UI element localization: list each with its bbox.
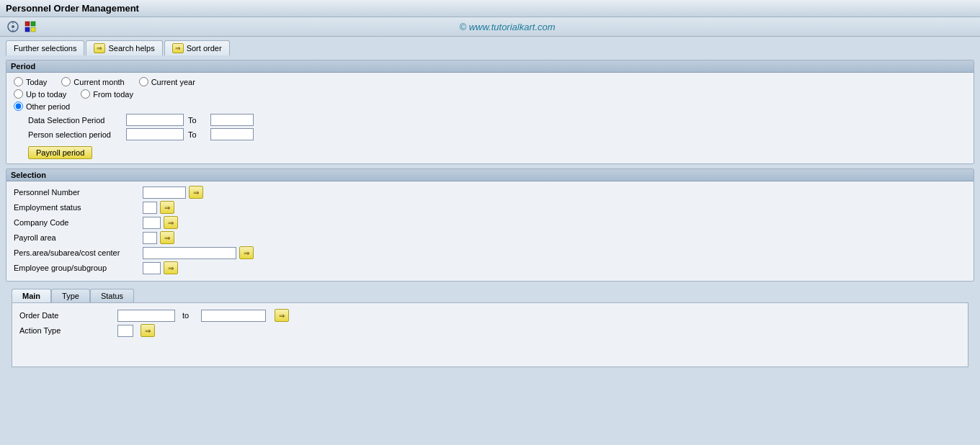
employee-group-arrow[interactable]: ⇒	[164, 261, 178, 274]
person-selection-period-row: Person selection period To	[14, 128, 966, 140]
radio-current-year-label: Current year	[151, 78, 195, 86]
payroll-area-row: Payroll area ⇒	[14, 231, 966, 244]
pers-area-row: Pers.area/subarea/cost center ⇒	[14, 246, 966, 259]
employee-group-label: Employee group/subgroup	[14, 264, 140, 272]
personnel-number-arrow[interactable]: ⇒	[189, 186, 203, 199]
payroll-area-label: Payroll area	[14, 233, 140, 242]
person-selection-period-from-input[interactable]	[126, 128, 184, 140]
period-section-body: Today Current month Current year Up to t…	[6, 73, 974, 163]
radio-other-period: Other period	[14, 102, 70, 111]
employment-status-arrow[interactable]: ⇒	[160, 201, 174, 214]
personnel-number-input[interactable]	[143, 186, 186, 199]
title-bar: Personnel Order Management	[0, 0, 980, 17]
company-code-label: Company Code	[14, 218, 140, 227]
employment-status-label: Employment status	[14, 203, 140, 212]
company-code-input[interactable]	[143, 217, 161, 229]
tab-search-helps[interactable]: ⇒ Search helps	[86, 40, 162, 55]
radio-current-year: Current year	[139, 77, 195, 86]
radio-other-period-input[interactable]	[14, 102, 23, 111]
radio-current-year-input[interactable]	[139, 77, 148, 86]
toolbar: © www.tutorialkart.com	[0, 17, 980, 37]
page-title: Personnel Order Management	[6, 3, 139, 14]
data-selection-to-label: To	[188, 116, 206, 125]
payroll-btn-container: Payroll period	[14, 143, 966, 159]
main-tab-content: Order Date to ⇒ Action Type ⇒	[12, 302, 968, 367]
payroll-area-input[interactable]	[143, 232, 157, 244]
tab-type[interactable]: Type	[51, 289, 90, 302]
order-date-arrow[interactable]: ⇒	[275, 309, 289, 322]
period-row-2: Up to today From today	[14, 89, 966, 99]
employment-status-row: Employment status ⇒	[14, 201, 966, 214]
period-section-header: Period	[6, 60, 974, 73]
order-date-label: Order Date	[19, 311, 113, 320]
order-date-to-label: to	[182, 311, 197, 320]
personnel-number-row: Personnel Number ⇒	[14, 186, 966, 199]
payroll-period-button[interactable]: Payroll period	[28, 146, 92, 159]
radio-other-period-label: Other period	[26, 102, 70, 111]
selection-section: Selection Personnel Number ⇒ Employment …	[6, 168, 974, 282]
radio-from-today-input[interactable]	[81, 89, 90, 99]
order-date-from-input[interactable]	[117, 310, 175, 322]
svg-rect-7	[31, 27, 35, 32]
bottom-tabs-container: Main Type Status Order Date to ⇒ Action …	[6, 289, 974, 367]
tab-main[interactable]: Main	[12, 289, 51, 302]
person-selection-period-label: Person selection period	[28, 130, 122, 139]
watermark: © www.tutorialkart.com	[40, 22, 974, 32]
tab-status[interactable]: Status	[90, 289, 134, 302]
radio-up-to-today-input[interactable]	[14, 89, 23, 99]
employment-status-input[interactable]	[143, 202, 157, 214]
payroll-area-arrow[interactable]: ⇒	[160, 231, 174, 244]
order-date-row: Order Date to ⇒	[19, 309, 961, 322]
company-code-arrow[interactable]: ⇒	[164, 216, 178, 229]
period-section: Period Today Current month Current year	[6, 60, 974, 164]
period-row-3: Other period	[14, 102, 966, 111]
selection-section-body: Personnel Number ⇒ Employment status ⇒ C…	[6, 181, 974, 281]
data-selection-period-to-input[interactable]	[210, 114, 254, 126]
person-selection-to-label: To	[188, 130, 206, 139]
radio-today: Today	[14, 77, 47, 86]
data-selection-period-row: Data Selection Period To	[14, 114, 966, 126]
personnel-number-label: Personnel Number	[14, 188, 140, 197]
employee-group-input[interactable]	[143, 262, 161, 274]
action-type-row: Action Type ⇒	[19, 324, 961, 337]
sort-order-arrow-icon: ⇒	[172, 43, 184, 53]
action-type-input[interactable]	[117, 325, 133, 337]
data-selection-period-label: Data Selection Period	[28, 116, 122, 125]
radio-from-today: From today	[81, 89, 133, 99]
radio-up-to-today: Up to today	[14, 89, 66, 99]
person-selection-period-to-input[interactable]	[210, 128, 254, 140]
selection-section-header: Selection	[6, 169, 974, 181]
radio-up-to-today-label: Up to today	[26, 90, 66, 99]
pers-area-label: Pers.area/subarea/cost center	[14, 248, 140, 257]
compass-icon[interactable]	[6, 19, 20, 34]
order-date-to-input[interactable]	[201, 310, 266, 322]
period-row-1: Today Current month Current year	[14, 77, 966, 86]
tab-sort-order[interactable]: ⇒ Sort order	[164, 40, 230, 55]
radio-from-today-label: From today	[93, 90, 133, 99]
bottom-tabs: Main Type Status	[6, 289, 974, 302]
svg-rect-4	[25, 22, 30, 26]
grid-icon[interactable]	[23, 19, 37, 34]
company-code-row: Company Code ⇒	[14, 216, 966, 229]
radio-today-input[interactable]	[14, 77, 23, 86]
svg-rect-5	[31, 22, 35, 26]
employee-group-row: Employee group/subgroup ⇒	[14, 261, 966, 274]
action-type-arrow[interactable]: ⇒	[141, 324, 155, 337]
svg-rect-6	[25, 27, 30, 32]
pers-area-input[interactable]	[143, 247, 236, 259]
svg-point-1	[12, 25, 14, 28]
radio-current-month-input[interactable]	[61, 77, 71, 86]
data-selection-period-from-input[interactable]	[126, 114, 184, 126]
radio-current-month: Current month	[61, 77, 124, 86]
top-tabs-bar: Further selections ⇒ Search helps ⇒ Sort…	[0, 37, 980, 55]
main-content: Period Today Current month Current year	[0, 55, 980, 372]
radio-today-label: Today	[26, 78, 47, 86]
tab-further-selections[interactable]: Further selections	[6, 40, 84, 55]
search-helps-arrow-icon: ⇒	[94, 43, 105, 53]
pers-area-arrow[interactable]: ⇒	[239, 246, 254, 259]
action-type-label: Action Type	[19, 326, 113, 335]
radio-current-month-label: Current month	[74, 78, 124, 86]
